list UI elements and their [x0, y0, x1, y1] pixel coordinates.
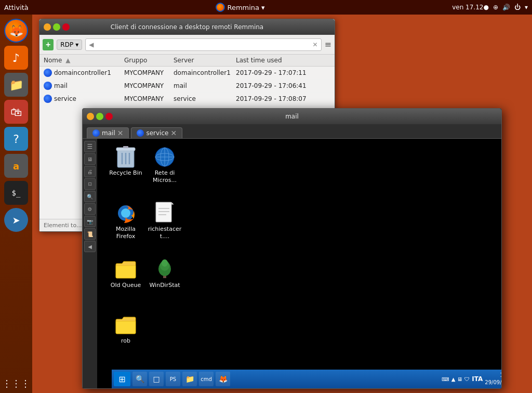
cert-icon: [153, 201, 177, 225]
search-clear-icon[interactable]: ✕: [313, 41, 318, 48]
rd-left-toolbar: ☰ 🖥 🖨 ⊡ 🔍 ⚙ 📷 📜 ◀: [83, 139, 97, 388]
remmina-add-btn[interactable]: +: [43, 39, 54, 50]
rd-tool-monitor[interactable]: 🖥: [84, 153, 96, 165]
remmina-toolbar: + RDP ▾ ◀ ✕ ≡: [39, 35, 335, 55]
taskbar-cmd-btn[interactable]: cmd: [199, 372, 214, 386]
connection-icon: [44, 95, 52, 103]
taskbar-clock: 17:12 29/09/2017: [485, 372, 501, 386]
remmina-maximize-btn[interactable]: [53, 23, 60, 31]
dropdown-arrow: ▾: [75, 41, 78, 48]
table-row[interactable]: mail MYCOMPANY mail 2017-09-29 - 17:06:4…: [39, 80, 335, 93]
recycle-bin-label: Recycle Bin: [108, 169, 143, 177]
remmina-titlebar: Client di connessione a desktop remoti R…: [39, 19, 335, 35]
col-header-last-used[interactable]: Last time used: [236, 57, 330, 64]
taskbar-lang: ITA: [472, 375, 483, 383]
table-row[interactable]: domaincontroller1 MYCOMPANY domaincontro…: [39, 67, 335, 80]
mail-tabs: mail ✕ service ✕: [83, 124, 501, 139]
col-header-server[interactable]: Server: [174, 57, 236, 64]
tab-mail-label: mail: [102, 129, 115, 137]
taskbar-explorer-btn[interactable]: 📁: [182, 372, 197, 386]
remmina-table-header: Nome ▲ Gruppo Server Last time used: [39, 55, 335, 67]
windows-start-btn[interactable]: ⊞: [114, 372, 130, 386]
old-queue-icon: [114, 257, 138, 281]
remmina-title: Client di connessione a desktop remoti R…: [70, 23, 304, 31]
search-left-icon: ◀: [89, 41, 94, 48]
taskbar-search-btn[interactable]: 🔍: [132, 372, 147, 386]
desktop-icon-old-queue[interactable]: Old Queue: [108, 257, 144, 290]
topbar-app-arrow[interactable]: ▾: [261, 4, 265, 11]
desktop-icon-recycle-bin[interactable]: Recycle Bin: [108, 145, 144, 177]
sidebar-item-remmina[interactable]: ➤: [4, 208, 28, 232]
remmina-search-input[interactable]: [94, 41, 312, 48]
rd-tool-script[interactable]: 📜: [84, 228, 96, 240]
taskbar-firefox-btn[interactable]: 🦊: [216, 372, 230, 386]
sort-arrow: ▲: [65, 57, 70, 64]
tab-mail[interactable]: mail ✕: [87, 127, 129, 138]
rd-tool-camera[interactable]: 📷: [84, 216, 96, 227]
remmina-protocol-dropdown[interactable]: RDP ▾: [57, 40, 82, 50]
rd-tool-print[interactable]: 🖨: [84, 166, 96, 177]
cert-label: richiestacert....: [147, 225, 183, 241]
tray-arrow[interactable]: ▾: [525, 4, 528, 11]
taskbar-cortana-btn[interactable]: □: [149, 372, 164, 386]
mail-maximize-btn[interactable]: [96, 113, 103, 120]
mail-minimize-btn[interactable]: [87, 113, 94, 120]
rd-tool-display[interactable]: ⊡: [84, 178, 96, 190]
remmina-minimize-btn[interactable]: [44, 23, 51, 31]
rd-tool-arrow[interactable]: ◀: [84, 241, 96, 252]
network-label: Rete di Micros...: [147, 169, 183, 185]
tab-service-close[interactable]: ✕: [170, 129, 177, 137]
svg-rect-13: [156, 202, 171, 222]
sidebar-item-music[interactable]: ♪: [4, 46, 28, 70]
desktop-icon-firefox[interactable]: Mozilla Firefox: [108, 201, 144, 241]
col-header-name[interactable]: Nome ▲: [44, 57, 124, 64]
sidebar-item-help[interactable]: ?: [4, 127, 28, 151]
rd-tool-settings[interactable]: ⚙: [84, 203, 96, 215]
topbar-app-name[interactable]: Remmina: [227, 4, 259, 11]
taskbar-ps-btn[interactable]: PS: [166, 372, 180, 386]
mail-close-btn[interactable]: [105, 113, 113, 120]
connection-icon: [44, 82, 52, 90]
svg-point-12: [121, 208, 130, 218]
mail-rdp-window: mail mail ✕ service ✕ ☰ 🖥 🖨 ⊡ 🔍 ⚙ 📷 📜 ◀: [82, 108, 502, 389]
desktop-icon-network[interactable]: Rete di Micros...: [147, 145, 183, 185]
rd-tool-search[interactable]: 🔍: [84, 191, 96, 202]
activities-label[interactable]: Attività: [4, 4, 29, 11]
mail-body: ☰ 🖥 🖨 ⊡ 🔍 ⚙ 📷 📜 ◀: [83, 139, 501, 388]
power-tray-icon: ⏻: [514, 4, 521, 11]
topbar-firefox-icon: [216, 3, 225, 12]
sidebar-show-apps[interactable]: ⋮⋮⋮: [2, 378, 30, 389]
tab-service[interactable]: service ✕: [131, 127, 182, 138]
windirstat-icon: [153, 257, 177, 281]
rob-label: rob: [120, 337, 131, 345]
remmina-menu-icon[interactable]: ≡: [325, 40, 331, 49]
old-queue-label: Old Queue: [110, 281, 142, 290]
mail-win-controls: [87, 113, 113, 120]
sidebar-item-firefox[interactable]: 🦊: [4, 19, 28, 43]
ubuntu-topbar: Attività Remmina ▾ ven 17.12● ⊕ 🔊 ⏻ ▾: [0, 0, 532, 15]
rd-tool-navigation[interactable]: ☰: [84, 141, 96, 152]
sidebar-item-terminal[interactable]: $_: [4, 181, 28, 205]
taskbar-security-icon: 🛡: [464, 376, 470, 382]
sidebar-item-amazon[interactable]: a: [4, 154, 28, 178]
firefox-desktop-icon: [114, 201, 138, 225]
col-header-group[interactable]: Gruppo: [124, 57, 174, 64]
desktop-icon-cert[interactable]: richiestacert....: [147, 201, 183, 241]
sidebar-item-software[interactable]: 🛍: [4, 100, 28, 124]
tab-mail-close[interactable]: ✕: [117, 129, 124, 137]
win-taskbar: ⊞ 🔍 □ PS 📁 cmd 🦊 ⌨ ▲ 🖥 🛡 ITA 17:12 29/09…: [112, 370, 501, 388]
desktop-icon-rob[interactable]: rob: [108, 313, 144, 345]
sidebar-item-files[interactable]: 📁: [4, 73, 28, 97]
remmina-close-btn[interactable]: [62, 23, 70, 31]
remmina-win-controls: [44, 23, 70, 31]
rob-icon: [114, 313, 138, 337]
ubuntu-sidebar: 🦊 ♪ 📁 🛍 ? a $_ ➤ ⋮⋮⋮: [0, 15, 32, 393]
taskbar-system-tray: ⌨ ▲ 🖥 🛡 ITA 17:12 29/09/2017: [442, 372, 501, 386]
tab-service-icon: [137, 129, 144, 137]
taskbar-show-hidden-icon[interactable]: ▲: [451, 376, 456, 382]
topbar-datetime: ven 17.12●: [452, 4, 489, 11]
svg-marker-14: [171, 202, 174, 204]
table-row[interactable]: service MYCOMPANY service 2017-09-29 - 1…: [39, 93, 335, 106]
remmina-search-box[interactable]: ◀ ✕: [85, 38, 321, 51]
desktop-icon-windirstat[interactable]: WinDirStat: [147, 257, 183, 290]
